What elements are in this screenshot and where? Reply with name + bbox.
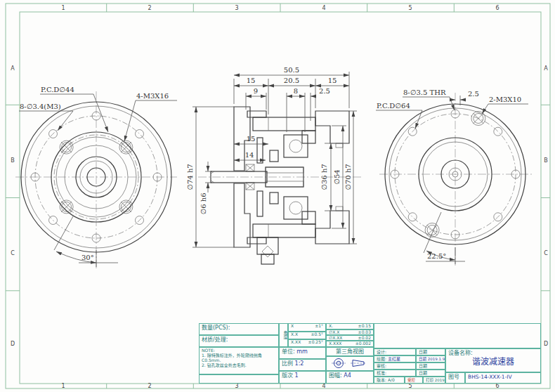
front-screw-label: 4-M3X16	[136, 92, 169, 100]
tol-range: X.X	[291, 332, 298, 337]
projection-label: 第三角视图	[326, 347, 374, 356]
device-name: 谐波减速器	[448, 358, 538, 367]
drawing-no-label-cell: 图号	[445, 372, 465, 384]
note-line1: 1. 除特殊标注外，外轮廓线倒角C0.5mm.	[202, 353, 276, 363]
rear-screw-label: 2-M3X10	[489, 96, 521, 103]
third-angle-projection-icon	[330, 358, 370, 369]
stamp-cell: 受控	[405, 377, 423, 384]
tol-range: X.	[329, 324, 333, 329]
draft-cell: 绘图: 主红星	[374, 355, 416, 362]
dia-54: ∅54	[333, 169, 341, 184]
empty-cell	[374, 323, 541, 348]
dia-6: ∅6 h6	[200, 192, 207, 214]
tol-value: ±0.002	[355, 341, 371, 346]
border-col-label: 3	[235, 5, 238, 11]
tol-value: ±0.02	[358, 336, 371, 341]
front-view: P.C.D∅44 4-M3X16 8-∅3.4(M3) 30°	[15, 86, 177, 268]
dim-8: 8	[294, 87, 298, 95]
front-hole-label: 8-∅3.4(M3)	[20, 103, 61, 110]
border-row-label: A	[11, 65, 15, 72]
tol-range: X.XX	[291, 340, 301, 345]
border-col-label: 5	[408, 383, 412, 389]
front-pcd-label: P.C.D∅44	[41, 86, 74, 93]
tol-angle-row: X±1°	[288, 323, 326, 332]
border-row-label: C	[544, 250, 548, 256]
approve-cell: 核准:	[374, 370, 416, 377]
sheet-label: 图幅:	[329, 372, 342, 379]
border-col-label: 2	[148, 383, 151, 389]
scale-label: 比例	[282, 360, 293, 367]
dim-hub15: 15	[247, 135, 256, 143]
dim-total: 50.5	[284, 66, 299, 74]
section-view: 50.5 15 20.5 15 9 8 2.5 15 14 ∅74 h7 ∅6 …	[186, 66, 361, 264]
border-col-label: 3	[235, 383, 238, 389]
border-row-label: D	[544, 341, 548, 347]
drawing-no-cell: BHS-14-XXX-1-IV	[465, 372, 541, 384]
tol-range: X.XXX	[329, 341, 341, 346]
dia-74: ∅74 h7	[186, 164, 194, 190]
design-date-cell: 日期	[416, 348, 445, 355]
unit-cell: 单位: mm	[279, 347, 326, 359]
unit-label: 单位:	[282, 348, 295, 355]
rear-hole-label: 8-∅3.5 THR	[403, 89, 446, 96]
rear-offset-label: 2.5	[468, 90, 479, 98]
check-date-cell: 日期	[416, 362, 445, 370]
dim-2-5: 2.5	[319, 87, 330, 95]
tol-angle-label: 角度	[279, 323, 288, 347]
qty-label-cell: 数量(PCS):	[199, 323, 279, 335]
sheet-cell: 图幅: A4	[326, 371, 374, 384]
tol-range: ∅X.XX	[329, 336, 342, 341]
unit-value: mm	[296, 348, 308, 355]
rear-view: 8-∅3.5 THR 2-M3X10 P.C.D∅64 2.5 22.5°	[376, 89, 533, 266]
design-cell: 设计:	[374, 348, 416, 355]
tol-value: ±0.5°	[311, 332, 323, 337]
projection-symbol-cell	[326, 356, 374, 371]
tol-value: ±0.15	[358, 324, 371, 329]
material-label-cell: 材质/处理:	[199, 335, 279, 347]
tol-linear-row: ∅X.X±0.03	[326, 329, 374, 335]
dim-step: 9	[254, 87, 258, 95]
rev-label: 版次	[282, 372, 293, 379]
approve-date-cell: 日期	[416, 370, 445, 377]
drawing-no-value: BHS-14-XXX-1-IV	[468, 374, 512, 380]
border-row-label: A	[544, 65, 548, 72]
tol-value: ±0.03	[358, 330, 371, 335]
tol-value: ±0.25°	[308, 340, 323, 345]
draft-label: 绘图:	[377, 356, 386, 361]
border-col-label: 6	[495, 5, 499, 11]
border-col-label: 4	[322, 383, 325, 389]
scale-value: 1:2	[295, 360, 304, 367]
draft-name: 主红星	[388, 356, 400, 361]
tol-linear-row: X.XXX±0.002	[326, 341, 374, 347]
draft-date-cell: 日期 2019.1.9	[416, 355, 445, 362]
dim-mid: 20.5	[284, 77, 299, 84]
border-row-label: B	[11, 157, 15, 164]
dim-right: 15	[328, 77, 337, 84]
draft-date: 日期 2019.1.9	[419, 357, 445, 361]
tol-linear-row: X.±0.15	[326, 323, 374, 329]
border-col-label: 4	[322, 5, 325, 11]
print-label: 打印	[426, 378, 433, 382]
note-line2: 2. 钻孔攻丝全处去毛刺.	[202, 363, 276, 368]
dim-hub14: 14	[245, 151, 254, 159]
border-row-label: D	[11, 341, 15, 347]
rev-value: 1	[295, 372, 299, 379]
device-name-cell: 设备名称: 谐波减速器	[445, 348, 541, 372]
rear-pcd-label: P.C.D∅64	[377, 102, 410, 110]
empty-strip	[199, 374, 279, 384]
dim-left: 15	[247, 77, 256, 84]
border-col-label: 5	[408, 5, 412, 11]
tol-value: ±1°	[315, 324, 323, 329]
tol-angle-row: X.X±0.5°	[288, 332, 326, 339]
dia-70: ∅70 h7	[344, 164, 352, 190]
dia-36: ∅36 h7	[320, 164, 328, 190]
version-cell: 版本: A/0	[374, 377, 405, 384]
rear-angle-label: 22.5°	[427, 252, 446, 260]
print-date: 2019/1/11	[435, 378, 445, 382]
border-row-label: B	[544, 157, 548, 164]
drawing-sheet: 1 2 3 4 5 6 1 2 3 4 5 6 A B C D A B C D	[0, 0, 555, 392]
print-cell: 打印 2019/1/11	[423, 377, 445, 384]
device-label: 设备名称:	[448, 350, 538, 356]
scale-cell: 比例 1:2	[279, 359, 326, 371]
note-cell: NOTE: 1. 除特殊标注外，外轮廓线倒角C0.5mm. 2. 钻孔攻丝全处去…	[199, 347, 279, 374]
